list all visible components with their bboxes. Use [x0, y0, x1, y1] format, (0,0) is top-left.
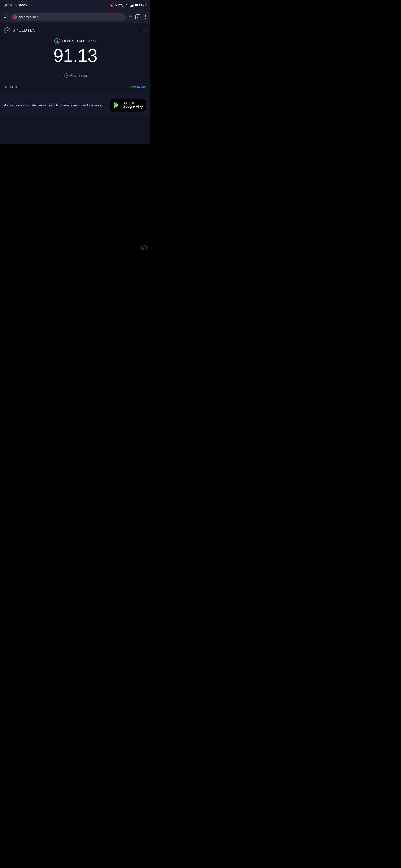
signal-bars-icon: [130, 4, 134, 7]
get-it-on-label: GET IT ON: [123, 102, 143, 104]
tab-count-button[interactable]: 2: [135, 14, 140, 20]
download-word-label: DOWNLOAD: [62, 39, 86, 43]
black-area: ▶: [0, 145, 150, 255]
test-again-button[interactable]: Test Again: [129, 85, 146, 90]
speedtest-logo-icon: [4, 27, 10, 33]
download-icon: [54, 38, 60, 44]
battery-indicator: [135, 4, 140, 6]
more-menu-button[interactable]: ⋮: [143, 14, 148, 20]
download-section: DOWNLOAD Mbps 91.13: [0, 36, 150, 73]
provider-info: MTS: [4, 85, 17, 90]
url-text: speedtest.net: [19, 15, 37, 19]
battery-icon: [135, 4, 140, 6]
download-unit-label: Mbps: [88, 39, 96, 43]
download-speed-value: 91.13: [4, 46, 146, 65]
promo-text: Get more metrics, video testing, mobile …: [4, 103, 106, 108]
speedtest-logo: SPEEDTEST: [4, 27, 39, 33]
hamburger-menu-button[interactable]: [141, 29, 146, 32]
home-button[interactable]: [2, 14, 7, 20]
svg-point-9: [65, 75, 65, 76]
browser-chrome: speedtest.net ☆ 2 ⋮: [0, 10, 150, 23]
speedtest-logo-text: SPEEDTEST: [12, 28, 39, 33]
google-play-icon: [113, 101, 120, 110]
browser-actions: ☆ 2 ⋮: [128, 14, 148, 20]
ping-section: Ping 73 ms: [0, 73, 150, 78]
speedtest-header: SPEEDTEST: [0, 23, 150, 36]
bookmark-button[interactable]: ☆: [128, 14, 133, 20]
status-left: MTS RUS 04:25: [3, 3, 27, 7]
svg-marker-11: [142, 245, 147, 250]
download-label-row: DOWNLOAD Mbps: [4, 38, 146, 44]
volte-badge: VoLTE: [115, 4, 123, 7]
promo-section: Get more metrics, video testing, mobile …: [0, 94, 150, 117]
google-play-text: GET IT ON Google Play: [123, 102, 143, 109]
provider-name: MTS: [10, 86, 17, 89]
status-right: 🔇 VoLTE 4G⁺ 73 %: [110, 4, 147, 7]
ping-icon: [63, 73, 68, 78]
network-type-label: 4G⁺: [124, 4, 129, 7]
mute-icon: 🔇: [110, 4, 113, 7]
svg-text:▶: ▶: [143, 247, 144, 249]
truste-icon[interactable]: ▶: [141, 245, 147, 251]
provider-row: MTS Test Again: [0, 83, 150, 94]
ping-value: 73 ms: [79, 74, 88, 78]
speedtest-page: SPEEDTEST DOWNLOAD Mbps 91.13: [0, 23, 150, 145]
carrier-label: MTS RUS: [3, 4, 17, 7]
provider-icon: [4, 85, 8, 90]
ping-label: Ping: [70, 74, 77, 78]
google-play-store-label: Google Play: [123, 104, 143, 109]
privacy-icon: [13, 15, 17, 19]
battery-percent-label: 73 %: [141, 4, 147, 7]
url-bar[interactable]: speedtest.net: [10, 12, 126, 21]
status-bar: MTS RUS 04:25 🔇 VoLTE 4G⁺ 73 %: [0, 0, 150, 10]
time-label: 04:25: [18, 3, 27, 7]
google-play-button[interactable]: GET IT ON Google Play: [110, 99, 146, 112]
